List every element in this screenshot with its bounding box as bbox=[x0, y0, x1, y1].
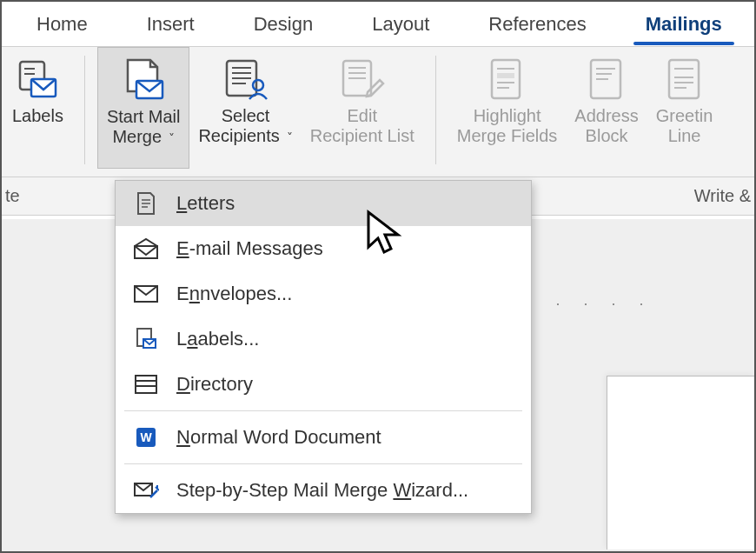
highlight-merge-fields-label2: Merge Fields bbox=[457, 126, 558, 146]
menu-item-mail-merge-wizard[interactable]: Step-by-Step Mail Merge Wizard... bbox=[116, 468, 531, 513]
group-label-left-partial: te bbox=[2, 186, 20, 206]
greeting-line-label2: Line bbox=[668, 126, 701, 146]
document-page[interactable] bbox=[607, 376, 754, 550]
tab-layout[interactable]: Layout bbox=[358, 8, 443, 41]
envelope-icon bbox=[131, 282, 161, 306]
svg-text:W: W bbox=[140, 430, 152, 444]
greeting-line-icon bbox=[666, 54, 704, 106]
address-block-icon bbox=[587, 54, 626, 106]
envelope-open-icon bbox=[131, 237, 161, 261]
tab-design[interactable]: Design bbox=[240, 8, 327, 41]
tab-home[interactable]: Home bbox=[23, 8, 102, 41]
svg-rect-37 bbox=[136, 376, 156, 393]
greeting-line-label1: Greetin bbox=[656, 106, 713, 126]
tab-insert[interactable]: Insert bbox=[133, 8, 209, 41]
menu-item-labels[interactable]: Laabels... bbox=[116, 316, 531, 362]
chevron-down-icon: ˅ bbox=[165, 131, 175, 145]
select-recipients-label1: Select bbox=[222, 106, 270, 126]
start-mail-merge-label2: Merge ˅ bbox=[112, 127, 175, 147]
menu-item-letters[interactable]: Letters bbox=[116, 181, 531, 226]
menu-item-label: Ennvelopes... bbox=[176, 283, 292, 305]
tab-mailings[interactable]: Mailings bbox=[632, 8, 736, 41]
svg-rect-15 bbox=[492, 60, 520, 98]
menu-item-label: E-mail Messages bbox=[176, 237, 323, 260]
menu-item-envelopes[interactable]: Ennvelopes... bbox=[116, 271, 531, 316]
address-block-label2: Block bbox=[586, 126, 628, 146]
ribbon-tabs: Home Insert Design Layout References Mai… bbox=[2, 2, 754, 47]
ribbon: Labels Start Mail Merge ˅ bbox=[2, 47, 754, 177]
group-label-right-partial: Write & bbox=[694, 186, 751, 206]
menu-item-label: Directory bbox=[176, 373, 253, 396]
edit-recipient-list-icon bbox=[338, 54, 387, 106]
svg-rect-24 bbox=[669, 60, 699, 98]
address-block-button: Address Block bbox=[566, 47, 647, 169]
menu-item-directory[interactable]: Directory bbox=[116, 362, 531, 407]
start-mail-merge-button[interactable]: Start Mail Merge ˅ bbox=[97, 47, 189, 169]
menu-separator bbox=[124, 463, 522, 464]
labels-icon bbox=[131, 327, 161, 351]
wizard-icon bbox=[131, 478, 161, 503]
tab-references[interactable]: References bbox=[474, 8, 600, 41]
edit-recipient-list-label1: Edit bbox=[347, 106, 376, 126]
document-icon bbox=[131, 191, 161, 216]
svg-point-10 bbox=[253, 80, 263, 90]
edit-recipient-list-button: Edit Recipient List bbox=[302, 47, 423, 169]
menu-separator bbox=[124, 410, 522, 411]
select-recipients-icon bbox=[222, 54, 270, 106]
highlight-merge-fields-icon bbox=[487, 54, 528, 106]
greeting-line-button: Greetin Line bbox=[647, 47, 713, 169]
directory-icon bbox=[131, 372, 161, 396]
start-mail-merge-menu: Letters E-mail Messages Ennvelopes... La… bbox=[115, 180, 532, 514]
menu-item-label: Normal Word Document bbox=[176, 426, 381, 449]
ribbon-separator bbox=[84, 56, 85, 164]
menu-item-email-messages[interactable]: E-mail Messages bbox=[116, 226, 531, 271]
highlight-merge-fields-button: Highlight Merge Fields bbox=[448, 47, 567, 169]
edit-recipient-list-label2: Recipient List bbox=[310, 126, 414, 146]
start-mail-merge-label1: Start Mail bbox=[107, 107, 180, 127]
word-icon: W bbox=[131, 425, 161, 450]
menu-item-label: Laabels... bbox=[176, 328, 259, 350]
select-recipients-label2: Recipients ˅ bbox=[198, 126, 292, 146]
svg-rect-17 bbox=[497, 73, 514, 78]
menu-item-label: Letters bbox=[176, 192, 235, 215]
ribbon-separator bbox=[435, 56, 436, 164]
labels-button[interactable]: Labels bbox=[3, 47, 72, 169]
menu-item-label: Step-by-Step Mail Merge Wizard... bbox=[176, 479, 468, 502]
labels-label: Labels bbox=[12, 106, 63, 126]
menu-item-normal-word-document[interactable]: W Normal Word Document bbox=[116, 415, 531, 460]
chevron-down-icon: ˅ bbox=[283, 130, 293, 144]
start-mail-merge-icon bbox=[119, 55, 168, 107]
labels-icon bbox=[16, 54, 59, 106]
select-recipients-button[interactable]: Select Recipients ˅ bbox=[189, 47, 301, 169]
highlight-merge-fields-label1: Highlight bbox=[474, 106, 541, 126]
address-block-label1: Address bbox=[574, 106, 638, 126]
